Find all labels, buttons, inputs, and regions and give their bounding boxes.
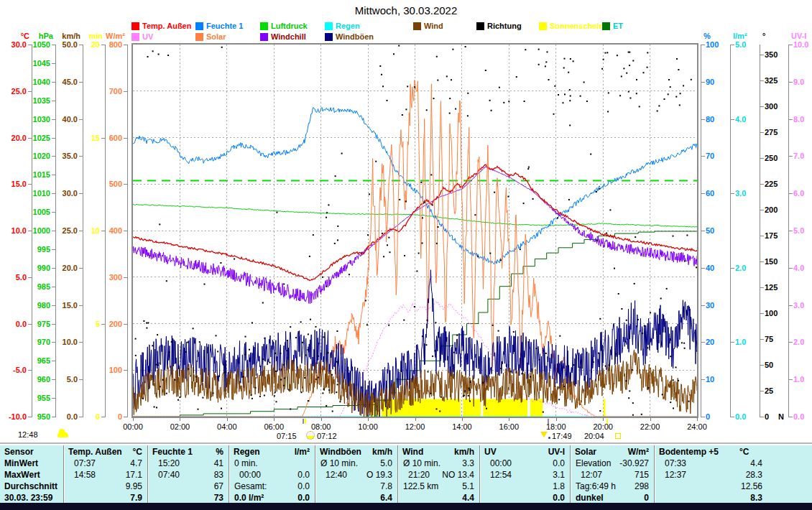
direction-dot [135, 338, 137, 340]
axis-tick-uvi [789, 82, 793, 83]
axis-tick-hpa [52, 379, 55, 380]
axis-tick-kmh [79, 193, 83, 194]
axis-tick-hpa [52, 45, 55, 45]
direction-dot [156, 407, 157, 408]
direction-dot [290, 326, 291, 328]
axis-tick-deg [760, 236, 764, 236]
legend-item-regen: Regen [325, 22, 360, 30]
direction-dot [469, 388, 470, 389]
axis-tick-kmh [79, 156, 83, 157]
direction-dot [436, 56, 438, 57]
direction-dot [696, 266, 697, 268]
axis-tick-hpa [52, 119, 55, 120]
direction-dot [318, 376, 319, 378]
direction-dot [341, 153, 343, 154]
axis-line-lm2 [730, 45, 731, 417]
direction-dot [684, 348, 686, 349]
direction-dot [193, 328, 194, 329]
chart-plot-area[interactable] [133, 45, 697, 417]
axis-zero-suffix-deg: N [778, 412, 784, 421]
axis-event-tick [305, 419, 306, 424]
axis-tick-pct [701, 305, 705, 306]
direction-dot [216, 335, 217, 336]
axis-tick-deg [760, 184, 764, 185]
direction-dot [499, 87, 500, 88]
direction-dot [618, 293, 619, 295]
direction-dot [538, 64, 540, 65]
axis-tick-hpa [52, 63, 55, 64]
direction-dot [387, 100, 388, 101]
direction-dot [393, 53, 395, 55]
table-col-unit: km/h [398, 447, 474, 457]
direction-dot [500, 259, 502, 261]
x-axis-tick [415, 418, 416, 421]
direction-dot [224, 372, 226, 374]
direction-dot [489, 100, 491, 101]
axis-tick-label-wm2: 200 [109, 320, 122, 328]
table-cell-value: 6.4 [315, 493, 392, 503]
legend-item-solar: Solar [195, 32, 226, 41]
direction-dot [673, 407, 674, 409]
legend-color-box-wind [413, 22, 421, 30]
axis-tick-label-uvi: 1.0 [793, 375, 804, 384]
direction-dot [666, 288, 668, 289]
direction-dot [274, 353, 276, 354]
table-cell-value: 3.3 [398, 458, 474, 468]
direction-dot [332, 411, 333, 412]
direction-dot [185, 351, 187, 353]
direction-dot [425, 344, 427, 346]
axis-tick-uvi [789, 45, 793, 45]
legend-item-et: ET [602, 22, 623, 30]
axis-tick-label-wm2: 300 [109, 273, 122, 282]
table-col-bodentemp-5: Bodentemp +5°C07:334.412:3728.312.568.3 [654, 445, 812, 503]
direction-dot [422, 243, 423, 244]
axis-tick-label-uvi: 7.0 [793, 152, 804, 160]
axis-tick-label-wm2: 600 [109, 134, 122, 142]
direction-dot [463, 394, 465, 396]
table-cell-value: 4.4 [655, 458, 762, 468]
direction-dot [673, 379, 674, 381]
direction-dot [440, 397, 442, 398]
axis-tick-hpa [52, 305, 55, 306]
axis-tick-pct [701, 45, 705, 45]
direction-dot [308, 349, 309, 351]
moonset-time-label: 07:15 [277, 432, 297, 440]
direction-dot [217, 351, 218, 352]
axis-tick-label-uvi: 8.0 [793, 115, 804, 124]
legend-color-box-sonnenschein [539, 22, 547, 30]
direction-dot [283, 284, 285, 285]
direction-dot [446, 75, 448, 77]
direction-dot [304, 377, 305, 379]
axis-tick-label-temp: -10.0 [9, 412, 27, 421]
direction-dot [326, 212, 328, 213]
axis-tick-label-deg: 275 [765, 128, 778, 136]
table-cell-value: 3.1 [480, 470, 565, 480]
direction-dot [405, 200, 407, 202]
direction-dot [632, 414, 634, 416]
axis-tick-label-deg: 200 [765, 205, 778, 214]
axis-tick-wm2 [124, 370, 127, 371]
direction-dot [326, 217, 327, 218]
axis-tick-label-deg: 250 [765, 154, 778, 162]
axis-tick-label-hpa: 980 [37, 301, 50, 310]
axis-tick-label-wm2: 800 [109, 40, 122, 49]
direction-dot [179, 397, 180, 398]
direction-dot [416, 271, 417, 272]
direction-dot [337, 384, 338, 385]
current-time-label: 12:48 [18, 430, 38, 439]
axis-tick-wm2 [124, 138, 127, 139]
table-cell-value: 0.0 [480, 458, 565, 468]
table-col-regen: Regenl/m²0 min.00:000.0Gesamt:0.00.0 l/m… [229, 445, 315, 503]
axis-tick-label-pct: 90 [706, 78, 714, 86]
axis-tick-deg [760, 417, 764, 417]
direction-dot [367, 234, 369, 236]
axis-tick-label-kmh: 40.0 [63, 115, 78, 124]
legend-item-label: Wind [424, 22, 443, 30]
axis-tick-label-kmh: 45.0 [63, 78, 78, 86]
direction-dot [269, 362, 271, 363]
table-cell-value: -30.927 [571, 458, 649, 468]
axis-tick-wm2 [124, 231, 127, 231]
direction-dot [172, 341, 173, 343]
direction-dot [361, 252, 363, 254]
direction-dot [619, 95, 621, 96]
